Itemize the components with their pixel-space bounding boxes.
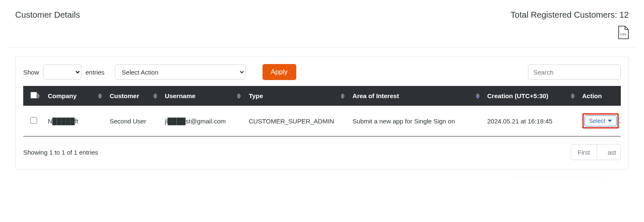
header-divider <box>8 47 636 48</box>
row-checkbox[interactable] <box>30 117 37 124</box>
total-customers-label: Total Registered Customers: 12 <box>511 10 629 20</box>
col-area[interactable]: Area of Interest <box>349 86 484 106</box>
cell-type: CUSTOMER_SUPER_ADMIN <box>245 106 349 136</box>
cell-creation: 2024.05.21 at 16:18:45 <box>484 106 579 136</box>
col-creation-label: Creation (UTC+5:30) <box>487 92 549 99</box>
sort-icon[interactable] <box>476 93 480 99</box>
row-action-select-label: Select <box>589 118 606 124</box>
cell-company: N█████ft <box>44 106 106 136</box>
col-customer-label: Customer <box>110 92 139 99</box>
cell-customer: Second User <box>106 106 162 136</box>
col-company[interactable]: Company <box>44 86 106 106</box>
entries-select[interactable] <box>43 64 81 80</box>
entries-label: entries <box>86 69 105 76</box>
col-type[interactable]: Type <box>245 86 349 106</box>
pagination-last-button[interactable]: ast <box>597 144 621 160</box>
bulk-action-select[interactable]: Select Action <box>115 64 246 80</box>
apply-button[interactable]: Apply <box>262 64 296 80</box>
cell-area: Submit a new app for Single Sign on <box>349 106 484 136</box>
col-type-label: Type <box>249 92 263 99</box>
search-input[interactable] <box>528 64 621 80</box>
svg-text:CSV: CSV <box>620 33 627 36</box>
col-customer[interactable]: Customer <box>106 86 162 106</box>
select-highlight: Select <box>582 113 619 128</box>
col-action: Action <box>579 86 621 106</box>
col-company-label: Company <box>48 92 76 99</box>
col-username[interactable]: Username <box>162 86 246 106</box>
sort-icon[interactable] <box>36 93 40 99</box>
customers-card: Show entries Select Action Apply <box>15 56 629 170</box>
cell-username: jl████st@gmail.com <box>162 106 246 136</box>
export-csv-button[interactable]: CSV <box>618 26 629 40</box>
caret-down-icon <box>608 120 612 122</box>
col-username-label: Username <box>165 92 196 99</box>
row-action-select-button[interactable]: Select <box>584 115 617 126</box>
sort-icon[interactable] <box>237 93 241 99</box>
pagination-first-button[interactable]: First <box>571 144 597 160</box>
sort-icon[interactable] <box>98 93 102 99</box>
col-action-label: Action <box>582 92 602 99</box>
table-row: N█████ft Second User jl████st@gmail.com … <box>23 106 621 136</box>
col-creation[interactable]: Creation (UTC+5:30) <box>484 86 579 106</box>
pagination: First ast <box>571 144 621 160</box>
sort-icon[interactable] <box>153 93 157 99</box>
sort-icon[interactable] <box>341 93 345 99</box>
customers-table: Company Customer Username Type Area of I… <box>23 86 621 136</box>
csv-file-icon: CSV <box>618 26 629 39</box>
col-area-label: Area of Interest <box>352 92 399 99</box>
page-title: Customer Details <box>15 10 80 20</box>
show-label: Show <box>23 69 39 76</box>
sort-icon[interactable] <box>571 93 575 99</box>
showing-entries-label: Showing 1 to 1 of 1 entries <box>23 149 98 156</box>
